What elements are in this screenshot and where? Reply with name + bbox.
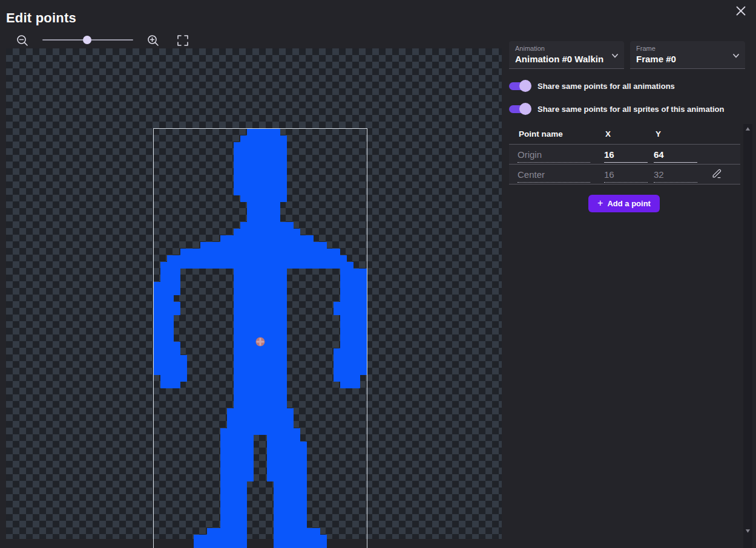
center-x-input[interactable] [604, 168, 648, 183]
close-button[interactable] [731, 1, 751, 21]
toggle-label: Share same points for all sprites of thi… [537, 105, 724, 114]
fit-to-view-icon [177, 35, 188, 46]
zoom-out-button[interactable] [15, 33, 30, 48]
frame-select-label: Frame [636, 45, 739, 52]
plus-icon: + [597, 198, 603, 208]
add-a-point-label: Add a point [607, 199, 651, 208]
zoom-in-button[interactable] [146, 33, 160, 48]
add-a-point-button[interactable]: + Add a point [588, 195, 660, 212]
frame-select-value: Frame #0 [636, 54, 727, 64]
center-y-input[interactable] [654, 168, 697, 183]
toggle-label: Share same points for all animations [537, 82, 675, 91]
center-name-input[interactable] [518, 168, 590, 183]
panel-scrollbar[interactable] [743, 124, 752, 548]
share-points-all-animations-toggle[interactable] [509, 80, 532, 92]
share-points-all-sprites-toggle[interactable] [509, 103, 532, 115]
point-marker-center[interactable] [256, 338, 265, 347]
page-title: Edit points [6, 10, 76, 26]
origin-x-input[interactable] [604, 148, 648, 163]
scrollbar-up-arrow-icon[interactable] [745, 126, 751, 131]
magnifier-plus-icon [146, 34, 160, 47]
origin-y-input[interactable] [654, 148, 697, 163]
column-header-point-name: Point name [519, 129, 563, 139]
marker-cross-vertical [260, 338, 261, 346]
origin-name-input[interactable] [518, 148, 590, 163]
animation-select-value: Animation #0 Walkin [515, 54, 606, 64]
column-header-x: X [605, 129, 611, 139]
fit-to-view-button[interactable] [177, 34, 189, 47]
table-row-center [509, 164, 740, 184]
toggle-row-share-all-animations: Share same points for all animations [509, 79, 675, 93]
scrollbar-down-arrow-icon[interactable] [745, 529, 751, 533]
zoom-slider-thumb[interactable] [83, 36, 91, 44]
toggle-thumb [519, 103, 531, 115]
magnifier-minus-icon [16, 34, 29, 47]
animation-select-label: Animation [515, 45, 618, 52]
points-table-header: Point name X Y [509, 126, 740, 144]
pencil-icon [711, 168, 723, 180]
close-icon [734, 4, 748, 18]
selection-box [153, 128, 367, 548]
table-row-origin [509, 144, 740, 164]
animation-select[interactable]: Animation Animation #0 Walkin [509, 41, 624, 69]
column-header-y: Y [656, 129, 661, 139]
chevron-down-icon [732, 51, 740, 60]
frame-select[interactable]: Frame Frame #0 [630, 41, 745, 69]
chevron-down-icon [611, 51, 619, 60]
toggle-row-share-all-sprites: Share same points for all sprites of thi… [509, 102, 724, 116]
edit-center-point-button[interactable] [709, 167, 725, 181]
zoom-slider[interactable] [42, 35, 133, 45]
toggle-thumb [519, 80, 531, 92]
sprite-canvas-area [6, 48, 502, 539]
